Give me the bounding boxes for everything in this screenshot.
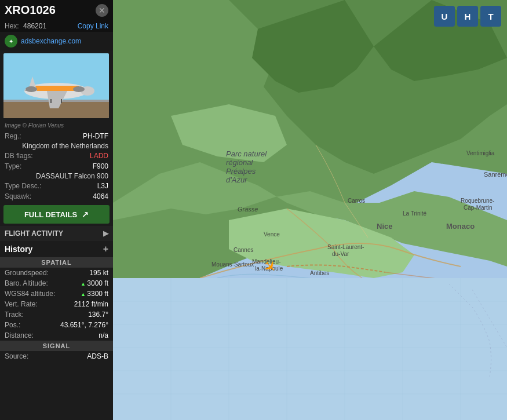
svg-text:Préalpes: Préalpes	[226, 167, 256, 176]
history-row: History +	[0, 241, 113, 257]
hex-value: 486201	[23, 22, 46, 30]
db-flags-value[interactable]: LADD	[90, 152, 108, 160]
type-value: F900	[93, 162, 108, 170]
svg-text:Saint-Laurent-: Saint-Laurent-	[327, 244, 364, 250]
aircraft-image	[3, 53, 109, 118]
baro-alt-label: Baro. Altitude:	[5, 279, 48, 287]
svg-text:Ventimiglia: Ventimiglia	[466, 150, 495, 156]
distance-row: Distance: n/a	[0, 330, 113, 341]
external-link-icon: ↗	[82, 210, 89, 219]
spatial-section-header: SPATIAL	[0, 257, 113, 268]
adsb-icon: ✦	[5, 35, 17, 48]
baro-alt-value: 3000 ft	[81, 279, 108, 287]
hex-label-text: Hex:	[5, 22, 19, 30]
map-buttons: U H T	[434, 6, 501, 27]
sidebar: XRO1026 ✕ Hex: 486201 Copy Link ✦ adsbex…	[0, 0, 113, 420]
full-details-label: FULL DETAILS	[24, 210, 77, 219]
type-label: Type:	[5, 162, 21, 170]
groundspeed-value: 195 kt	[89, 269, 108, 277]
reg-value: PH-DTF	[83, 132, 108, 140]
reg-row: Reg.: PH-DTF	[0, 131, 113, 141]
reg-label: Reg.:	[5, 132, 21, 140]
svg-point-9	[73, 86, 85, 92]
svg-text:d'Azur: d'Azur	[226, 176, 247, 184]
svg-text:La Trinité: La Trinité	[403, 210, 427, 217]
distance-value: n/a	[99, 331, 108, 339]
svg-text:Vence: Vence	[264, 231, 280, 238]
type-desc-row: Type Desc.: L3J	[0, 181, 113, 191]
track-value: 136.7°	[88, 311, 108, 319]
h-button[interactable]: H	[457, 6, 478, 27]
svg-text:régional: régional	[226, 158, 253, 167]
aircraft-photo	[3, 53, 109, 118]
vert-rate-label: Vert. Rate:	[5, 300, 38, 308]
flight-activity-row[interactable]: FLIGHT ACTIVITY ▶	[0, 226, 113, 241]
source-row: Source: ADS-B	[0, 351, 113, 361]
wgs84-alt-row: WGS84 altitude: 3300 ft	[0, 288, 113, 299]
hex-label: Hex: 486201	[5, 22, 46, 30]
vert-rate-row: Vert. Rate: 2112 ft/min	[0, 299, 113, 309]
svg-text:Antibes: Antibes	[310, 270, 329, 276]
svg-text:Cap-Martin: Cap-Martin	[464, 204, 492, 211]
svg-text:Nice: Nice	[377, 222, 392, 231]
type-row: Type: F900	[0, 161, 113, 171]
adsb-link[interactable]: adsbexchange.com	[21, 37, 81, 45]
svg-text:Roquebrune-: Roquebrune-	[461, 198, 494, 204]
db-flags-row: DB flags: LADD	[0, 151, 113, 161]
squawk-label: Squawk:	[5, 192, 31, 200]
image-credit: Image © Florian Venus	[0, 121, 113, 131]
header: XRO1026 ✕	[0, 0, 113, 20]
track-label: Track:	[5, 311, 24, 319]
hex-row: Hex: 486201 Copy Link	[0, 20, 113, 32]
pos-label: Pos.:	[5, 321, 20, 329]
type-full-name: DASSAULT Falcon 900	[0, 171, 113, 181]
baro-alt-row: Baro. Altitude: 3000 ft	[0, 278, 113, 288]
history-add-button[interactable]: +	[103, 244, 108, 254]
svg-text:Sanremo: Sanremo	[484, 171, 507, 178]
svg-text:Cannes: Cannes	[234, 247, 253, 253]
map-container[interactable]: Grasse Vence Nice Saint-Laurent- du-Var …	[113, 0, 507, 420]
u-button[interactable]: U	[434, 6, 455, 27]
svg-marker-46	[113, 278, 507, 420]
squawk-row: Squawk: 4064	[0, 191, 113, 202]
svg-text:Grasse: Grasse	[238, 206, 258, 213]
squawk-value: 4064	[93, 192, 108, 200]
distance-label: Distance:	[5, 331, 34, 339]
type-desc-value: L3J	[97, 182, 108, 190]
copy-link-button[interactable]: Copy Link	[78, 22, 108, 30]
wgs84-alt-label: WGS84 altitude:	[5, 290, 55, 298]
pos-row: Pos.: 43.651°, 7.276°	[0, 320, 113, 330]
t-button[interactable]: T	[480, 6, 501, 27]
svg-text:Mouans-Sartoux: Mouans-Sartoux	[211, 261, 254, 268]
type-desc-label: Type Desc.:	[5, 182, 41, 190]
close-button[interactable]: ✕	[96, 4, 108, 17]
pos-value: 43.651°, 7.276°	[60, 321, 108, 329]
flight-activity-arrow-icon: ▶	[103, 229, 108, 238]
aircraft-callsign: XRO1026	[5, 3, 56, 17]
country-row: Kingdom of the Netherlands	[0, 141, 113, 151]
full-details-button[interactable]: FULL DETAILS ↗	[3, 205, 110, 224]
vert-rate-value: 2112 ft/min	[74, 300, 108, 308]
track-row: Track: 136.7°	[0, 309, 113, 320]
groundspeed-row: Groundspeed: 195 kt	[0, 268, 113, 278]
flight-activity-label: FLIGHT ACTIVITY	[5, 229, 63, 238]
svg-text:Carros: Carros	[348, 198, 365, 204]
groundspeed-label: Groundspeed:	[5, 269, 49, 277]
wgs84-alt-value: 3300 ft	[81, 290, 108, 298]
adsb-row: ✦ adsbexchange.com	[0, 32, 113, 50]
history-label: History	[5, 244, 32, 254]
map-svg: Grasse Vence Nice Saint-Laurent- du-Var …	[113, 0, 507, 420]
svg-text:Parc naturel: Parc naturel	[226, 149, 267, 158]
source-value: ADS-B	[87, 352, 108, 360]
svg-point-8	[25, 86, 37, 92]
svg-rect-4	[32, 86, 79, 91]
signal-section-header: SIGNAL	[0, 341, 113, 351]
source-label: Source:	[5, 352, 28, 360]
svg-text:du-Var: du-Var	[332, 251, 349, 257]
svg-text:Monaco: Monaco	[446, 222, 475, 231]
db-flags-label: DB flags:	[5, 152, 33, 160]
